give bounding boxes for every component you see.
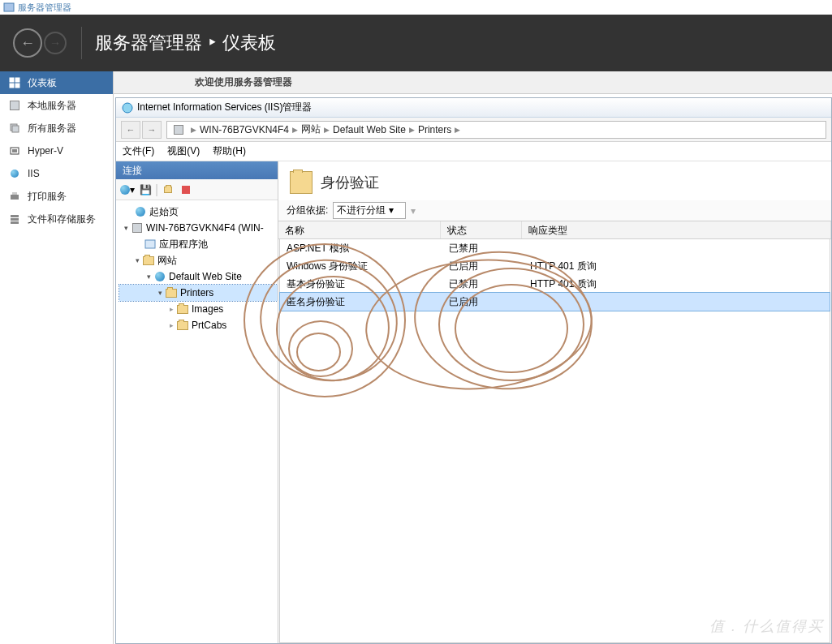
sidebar-item-label: 打印服务: [28, 190, 67, 204]
svg-rect-16: [145, 240, 155, 248]
servers-icon: [8, 122, 21, 135]
sidebar-item-label: 本地服务器: [28, 99, 76, 113]
menu-file[interactable]: 文件(F): [123, 144, 154, 158]
svg-rect-8: [12, 149, 17, 152]
iis-manager-window: Internet Information Services (IIS)管理器 ←…: [115, 97, 832, 644]
tree-apppool[interactable]: 应用程序池: [119, 236, 278, 252]
svg-rect-12: [11, 218, 19, 221]
server-icon: [131, 222, 144, 234]
chevron-right-icon: ▶: [455, 126, 460, 134]
auth-row-selected[interactable]: 匿名身份验证 已启用: [280, 293, 830, 311]
svg-rect-15: [182, 186, 190, 194]
sidebar-item-label: 仪表板: [28, 76, 57, 90]
sidebar-item-label: Hyper-V: [28, 145, 63, 157]
chevron-right-icon: ▶: [324, 126, 330, 134]
breadcrumb-item[interactable]: WIN-76B7GVKN4F4: [200, 124, 289, 135]
iis-app-icon: [121, 101, 134, 114]
hyperv-icon: [8, 144, 21, 157]
tree-default-site[interactable]: ▾ Default Web Site: [119, 268, 278, 285]
group-label: 分组依据:: [287, 204, 328, 217]
save-icon[interactable]: 💾: [137, 182, 153, 198]
sidebar-item-all-servers[interactable]: 所有服务器: [0, 117, 113, 140]
sidebar-item-dashboard[interactable]: 仪表板: [0, 71, 113, 94]
iis-forward-button[interactable]: →: [142, 121, 162, 139]
sidebar-item-label: 所有服务器: [28, 122, 76, 135]
iis-title: Internet Information Services (IIS)管理器: [137, 101, 312, 114]
group-select[interactable]: 不进行分组 ▾: [333, 202, 405, 219]
header-title: 服务器管理器 ‣ 仪表板: [95, 31, 276, 55]
iis-menubar: 文件(F) 视图(V) 帮助(H): [116, 142, 831, 161]
col-response[interactable]: 响应类型: [522, 221, 831, 238]
server-icon: [172, 124, 185, 135]
folder-icon: [142, 255, 155, 266]
sidebar-item-label: 文件和存储服务: [28, 213, 96, 226]
tree-server-node[interactable]: ▾ WIN-76B7GVKN4F4 (WIN-: [119, 220, 278, 236]
sidebar-item-print[interactable]: 打印服务: [0, 185, 113, 208]
chevron-right-icon: ▶: [409, 126, 415, 134]
iis-titlebar: Internet Information Services (IIS)管理器: [116, 98, 831, 118]
chevron-right-icon: ▶: [292, 126, 298, 134]
folder-icon: [176, 303, 189, 315]
auth-row[interactable]: 基本身份验证 已禁用 HTTP 401 质询: [280, 275, 830, 293]
tree-start-page[interactable]: 起始页: [119, 204, 278, 220]
svg-point-14: [123, 103, 132, 113]
storage-icon: [8, 213, 21, 225]
server-icon: [8, 99, 21, 112]
svg-rect-6: [12, 126, 19, 132]
svg-rect-0: [4, 3, 14, 11]
window-titlebar: 服务器管理器: [0, 0, 832, 15]
auth-icon: [290, 171, 313, 194]
sidebar-item-storage[interactable]: 文件和存储服务: [0, 208, 113, 230]
breadcrumb-item[interactable]: Printers: [418, 124, 451, 135]
content-area: 身份验证 分组依据: 不进行分组 ▾ ▾ 名称 状态 响应类型 ASP: [278, 161, 831, 643]
sidebar-item-hyperv[interactable]: Hyper-V: [0, 140, 113, 162]
apppool-icon: [144, 238, 157, 250]
header-separator: [81, 27, 82, 59]
dashboard-icon: [8, 76, 21, 89]
svg-rect-13: [11, 221, 19, 224]
tree-prtcabs[interactable]: ▸ PrtCabs: [119, 317, 278, 333]
col-name[interactable]: 名称: [278, 221, 441, 238]
nav-forward-button[interactable]: →: [44, 32, 67, 54]
app-icon: [3, 2, 15, 13]
col-status[interactable]: 状态: [441, 221, 522, 238]
stop-icon[interactable]: [178, 182, 194, 198]
folder-icon: [165, 287, 178, 298]
content-title: 身份验证: [278, 161, 831, 200]
auth-table-header: 名称 状态 响应类型: [278, 221, 831, 239]
tree-images[interactable]: ▸ Images: [119, 301, 278, 317]
svg-rect-2: [15, 78, 19, 82]
menu-view[interactable]: 视图(V): [167, 144, 200, 158]
svg-rect-9: [11, 195, 19, 200]
auth-row[interactable]: Windows 身份验证 已启用 HTTP 401 质询: [280, 257, 830, 275]
connections-header: 连接: [116, 161, 278, 179]
window-title: 服务器管理器: [18, 2, 71, 14]
svg-rect-4: [15, 84, 19, 88]
nav-back-button[interactable]: ←: [13, 28, 42, 58]
auth-row[interactable]: ASP.NET 模拟 已禁用: [280, 239, 830, 257]
breadcrumb-item[interactable]: Default Web Site: [333, 124, 406, 135]
svg-rect-1: [10, 78, 14, 82]
svg-rect-11: [11, 215, 19, 217]
sidebar-item-local-server[interactable]: 本地服务器: [0, 94, 113, 117]
menu-help[interactable]: 帮助(H): [213, 144, 246, 158]
welcome-bar: 欢迎使用服务器管理器: [114, 71, 832, 94]
sidebar: 仪表板 本地服务器 所有服务器 Hyper-V IIS 打印服务 文件和存储服务: [0, 71, 114, 644]
up-icon[interactable]: [160, 182, 176, 198]
tree-printers[interactable]: ▾ Printers: [119, 285, 278, 301]
printer-icon: [8, 190, 21, 203]
group-by-row: 分组依据: 不进行分组 ▾ ▾: [278, 200, 831, 221]
sidebar-item-iis[interactable]: IIS: [0, 162, 113, 185]
tree-sites[interactable]: ▾ 网站: [119, 252, 278, 268]
iis-back-button[interactable]: ←: [121, 121, 140, 139]
header-bar: ← → 服务器管理器 ‣ 仪表板: [0, 15, 832, 71]
sidebar-item-label: IIS: [28, 168, 40, 179]
iis-breadcrumb[interactable]: ▶ WIN-76B7GVKN4F4 ▶ 网站 ▶ Default Web Sit…: [166, 121, 826, 139]
connection-tree: 起始页 ▾ WIN-76B7GVKN4F4 (WIN- 应用程序池 ▾ 网: [116, 200, 278, 643]
breadcrumb-item[interactable]: 网站: [301, 122, 321, 136]
auth-table-body: ASP.NET 模拟 已禁用 Windows 身份验证 已启用 HTTP 401…: [279, 239, 830, 643]
folder-icon: [176, 320, 189, 331]
connections-panel: 连接 ▾ 💾 | 起始页 ▾: [116, 161, 278, 643]
connect-icon[interactable]: ▾: [119, 182, 136, 198]
iis-address-bar: ← → ▶ WIN-76B7GVKN4F4 ▶ 网站 ▶ Default Web…: [116, 118, 831, 142]
